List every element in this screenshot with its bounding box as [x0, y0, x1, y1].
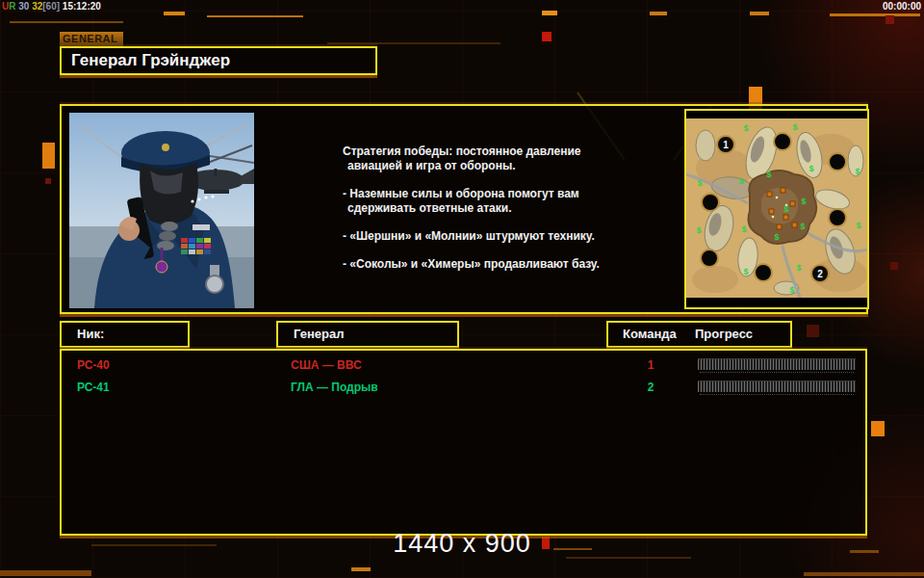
supply-icon: $: [696, 225, 701, 235]
strategy-line: Стратегия победы: постоянное давление: [343, 144, 670, 159]
roster-row[interactable]: РС-40 США — ВВС 1: [62, 355, 865, 376]
circuit-line: [207, 15, 303, 17]
supply-icon: $: [808, 164, 813, 173]
supply-icon: $: [801, 197, 806, 206]
supply-icon: $: [738, 176, 743, 186]
circuit-line: [830, 13, 920, 16]
player-general: США — ВВС: [291, 355, 362, 376]
strategy-line: - «Шершни» и «Молнии» штурмуют технику.: [343, 229, 670, 244]
deco-square: [0, 570, 91, 576]
deco-square: [542, 32, 552, 41]
deco-square: [886, 15, 894, 24]
progress-bar: [698, 381, 856, 392]
strategy-line: - «Соколы» и «Химеры» продавливают базу.: [343, 257, 670, 272]
supply-icon: $: [741, 224, 746, 234]
deco-square: [542, 11, 557, 15]
strategy-line: сдерживать ответные атаки.: [343, 201, 670, 216]
performance-counter: UR 30 32[60] 15:12:20: [2, 1, 101, 12]
strategy-text: Стратегия победы: постоянное давление ав…: [343, 144, 670, 272]
supply-icon: $: [697, 178, 702, 188]
spawn-point-1: 1: [723, 140, 729, 150]
supply-icon: $: [855, 167, 860, 176]
supply-icon: $: [856, 221, 860, 230]
mission-timer: 00:00:00: [883, 1, 921, 12]
strategy-line: авиацией и игра от обороны.: [343, 159, 670, 173]
portrait-image: [69, 113, 254, 308]
deco-square: [351, 567, 371, 571]
perf-segment: [60]: [42, 1, 60, 12]
deco-square: [807, 325, 819, 337]
supply-icon: $: [792, 122, 797, 132]
header-general: Генерал: [276, 321, 459, 348]
spawn-point-2: 2: [817, 269, 823, 279]
deco-square: [45, 178, 51, 184]
general-info-panel: Стратегия победы: постоянное давление ав…: [60, 104, 868, 314]
circuit-line: [327, 42, 500, 44]
minimap-image: $ $ $ $ $ $ $ $ $ $ $ $ $ $ $ $ $: [686, 111, 867, 307]
tab-general[interactable]: GENERAL: [60, 32, 123, 46]
deco-square: [650, 12, 667, 15]
circuit-line: [10, 21, 123, 23]
deco-square: [871, 421, 885, 436]
supply-icon: $: [743, 123, 748, 133]
town-area: [749, 171, 817, 244]
header-nick: Ник:: [60, 321, 190, 348]
deco-square: [42, 143, 55, 169]
general-title-box: Генерал Грэйнджер: [60, 46, 377, 75]
deco-square: [750, 12, 769, 15]
general-portrait: [69, 113, 254, 308]
player-nick: РС-40: [77, 355, 110, 376]
supply-icon: $: [800, 222, 805, 231]
player-team: 1: [639, 355, 662, 376]
perf-segment: 30: [15, 1, 29, 12]
roster-row[interactable]: РС-41 ГЛА — Подрыв 2: [62, 377, 865, 398]
perf-segment: 32: [29, 1, 42, 12]
perf-segment: 15:12:20: [60, 1, 101, 12]
header-progress-label: Прогресс: [695, 323, 753, 346]
header-general-label: Генерал: [294, 323, 344, 346]
strategy-line: - Наземные силы и оборона помогут вам: [343, 187, 670, 201]
minimap-box: $ $ $ $ $ $ $ $ $ $ $ $ $ $ $ $ $: [684, 109, 869, 309]
supply-icon: $: [766, 170, 771, 179]
header-team-label: Команда: [623, 323, 677, 346]
header-team-progress: Команда Прогресс: [606, 321, 792, 348]
deco-square: [164, 12, 185, 15]
player-nick: РС-41: [77, 377, 110, 398]
player-general: ГЛА — Подрыв: [291, 377, 378, 398]
page-title: Генерал Грэйнджер: [62, 48, 375, 73]
supply-icon: $: [789, 285, 794, 295]
progress-bar: [698, 358, 856, 370]
supply-icon: $: [774, 232, 779, 242]
supply-icon: $: [743, 267, 748, 276]
deco-square: [890, 262, 898, 270]
resolution-label: 1440 x 900: [0, 529, 924, 559]
roster-panel: РС-40 США — ВВС 1 РС-41 ГЛА — Подрыв 2: [60, 349, 867, 536]
deco-square: [804, 572, 924, 576]
player-team: 2: [639, 377, 662, 398]
supply-icon: $: [783, 204, 788, 214]
header-nick-label: Ник:: [77, 323, 104, 346]
supply-icon: $: [796, 263, 801, 273]
